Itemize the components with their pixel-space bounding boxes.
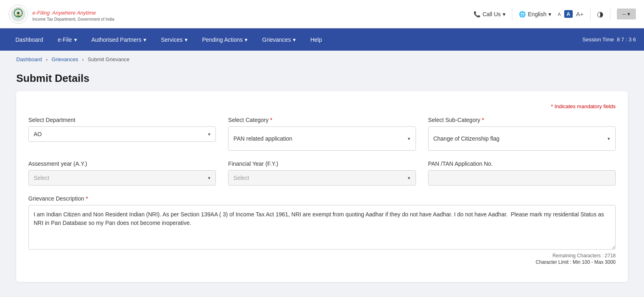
emblem-icon: 🇮🇳 bbox=[8, 4, 28, 24]
efile-dropdown-icon: ▾ bbox=[74, 36, 77, 43]
globe-icon: 🌐 bbox=[519, 11, 526, 17]
lang-dropdown-icon: ▾ bbox=[548, 11, 551, 17]
breadcrumb: Dashboard › Grievances › Submit Grievanc… bbox=[0, 51, 644, 68]
user-label: -- bbox=[623, 11, 626, 17]
form-row-1: Select Department AO Select Category * P… bbox=[28, 117, 616, 151]
session-time: Session Time 8 7 : 3 6 bbox=[582, 36, 636, 43]
user-dropdown-icon: ▾ bbox=[627, 11, 630, 17]
select-category-wrapper: PAN related application bbox=[228, 126, 416, 151]
logo-subtitle: Income Tax Department, Government of Ind… bbox=[32, 17, 114, 21]
pan-tan-group: PAN /TAN Application No. bbox=[428, 160, 616, 186]
nav-item-grievances[interactable]: Grievances ▾ bbox=[255, 28, 303, 51]
logo-text: e-Filing Anywhere Anytime Income Tax Dep… bbox=[32, 6, 114, 21]
nav-pending-label: Pending Actions bbox=[202, 36, 243, 43]
breadcrumb-grievances[interactable]: Grievances bbox=[51, 56, 78, 62]
pending-dropdown-icon: ▾ bbox=[245, 36, 247, 43]
session-label: Session Time bbox=[582, 36, 614, 43]
logo-title: e-Filing Anywhere Anytime bbox=[32, 6, 114, 17]
nav-item-services[interactable]: Services ▾ bbox=[154, 28, 195, 51]
select-category-req: * bbox=[270, 117, 272, 123]
grievance-description-group: Grievance Description * I am Indian Citi… bbox=[28, 195, 616, 265]
header: 🇮🇳 e-Filing Anywhere Anytime Income Tax … bbox=[0, 0, 644, 28]
font-controls: A A A+ bbox=[558, 10, 584, 18]
grievances-dropdown-icon: ▾ bbox=[293, 36, 296, 43]
nav-efile-label: e-File bbox=[58, 36, 72, 43]
assessment-year-wrapper: Select bbox=[28, 170, 216, 186]
select-category-label: Select Category * bbox=[228, 117, 416, 123]
header-right: 📞 Call Us ▾ 🌐 English ▾ A A A+ ◑ -- ▾ bbox=[473, 8, 636, 20]
remaining-chars: Remaining Characters : 2718 bbox=[28, 253, 616, 259]
mandatory-note: * Indicates mandatory fields bbox=[28, 103, 616, 109]
auth-partners-dropdown-icon: ▾ bbox=[143, 36, 146, 43]
breadcrumb-dashboard[interactable]: Dashboard bbox=[16, 56, 42, 62]
select-subcategory-group: Select Sub-Category * Change of Citizens… bbox=[428, 117, 616, 151]
breadcrumb-sep-1: › bbox=[46, 56, 49, 62]
call-us-button[interactable]: 📞 Call Us ▾ bbox=[473, 11, 505, 17]
breadcrumb-current: Submit Grievance bbox=[88, 56, 130, 62]
main-content: Submit Details * Indicates mandatory fie… bbox=[0, 68, 644, 294]
navbar: Dashboard e-File ▾ Authorised Partners ▾… bbox=[0, 28, 644, 51]
char-limit: Character Limit : Min 100 - Max 3000 bbox=[28, 259, 616, 265]
svg-point-4 bbox=[17, 12, 19, 14]
assessment-year-select[interactable]: Select bbox=[28, 170, 216, 186]
select-department[interactable]: AO bbox=[28, 126, 216, 142]
nav-services-label: Services bbox=[161, 36, 183, 43]
font-small-button[interactable]: A bbox=[558, 12, 561, 17]
select-subcategory-wrapper: Change of Citizenship flag bbox=[428, 126, 616, 151]
language-label: English bbox=[528, 11, 546, 17]
nav-item-dashboard[interactable]: Dashboard bbox=[8, 28, 51, 51]
nav-auth-partners-label: Authorised Partners bbox=[92, 36, 142, 43]
language-selector[interactable]: 🌐 English ▾ bbox=[519, 11, 551, 17]
select-category-group: Select Category * PAN related applicatio… bbox=[228, 117, 416, 151]
select-subcategory-label: Select Sub-Category * bbox=[428, 117, 616, 123]
nav-item-efile[interactable]: e-File ▾ bbox=[51, 28, 84, 51]
grievance-desc-label-text: Grievance Description bbox=[28, 195, 84, 202]
financial-year-wrapper: Select bbox=[228, 170, 416, 186]
font-medium-button[interactable]: A bbox=[564, 10, 573, 18]
logo-area: 🇮🇳 e-Filing Anywhere Anytime Income Tax … bbox=[8, 4, 114, 24]
phone-icon: 📞 bbox=[473, 11, 480, 17]
grievance-description-textarea[interactable]: I am Indian Citizen and Non Resident Ind… bbox=[28, 205, 616, 250]
call-us-label: Call Us bbox=[482, 11, 501, 17]
select-category[interactable]: PAN related application bbox=[228, 126, 416, 151]
nav-dashboard-label: Dashboard bbox=[15, 36, 43, 43]
grievance-desc-req: * bbox=[86, 195, 88, 202]
call-us-dropdown-icon: ▾ bbox=[503, 11, 505, 17]
select-subcategory-req: * bbox=[482, 117, 484, 123]
nav-item-authorised-partners[interactable]: Authorised Partners ▾ bbox=[84, 28, 154, 51]
session-value: 8 7 : 3 6 bbox=[617, 36, 636, 43]
font-large-button[interactable]: A+ bbox=[576, 11, 584, 17]
form-card: * Indicates mandatory fields Select Depa… bbox=[16, 91, 628, 282]
page-title: Submit Details bbox=[16, 72, 628, 85]
assessment-year-group: Assessment year (A.Y.) Select bbox=[28, 160, 216, 186]
nav-item-pending-actions[interactable]: Pending Actions ▾ bbox=[195, 28, 255, 51]
services-dropdown-icon: ▾ bbox=[185, 36, 188, 43]
breadcrumb-sep-2: › bbox=[82, 56, 85, 62]
select-department-wrapper: AO bbox=[28, 126, 216, 142]
grievance-desc-label: Grievance Description * bbox=[28, 195, 616, 202]
contrast-button[interactable]: ◑ bbox=[597, 10, 603, 19]
pan-tan-input[interactable] bbox=[428, 170, 616, 186]
user-menu-button[interactable]: -- ▾ bbox=[617, 9, 636, 19]
form-row-2: Assessment year (A.Y.) Select Financial … bbox=[28, 160, 616, 186]
nav-help-label: Help bbox=[310, 36, 322, 43]
select-subcategory[interactable]: Change of Citizenship flag bbox=[428, 126, 616, 151]
nav-grievances-label: Grievances bbox=[262, 36, 291, 43]
nav-items: Dashboard e-File ▾ Authorised Partners ▾… bbox=[8, 28, 329, 51]
logo-tagline: Anywhere Anytime bbox=[52, 10, 96, 16]
assessment-year-label: Assessment year (A.Y.) bbox=[28, 160, 216, 167]
select-department-label: Select Department bbox=[28, 117, 216, 123]
select-department-group: Select Department AO bbox=[28, 117, 216, 151]
financial-year-group: Financial Year (F.Y.) Select bbox=[228, 160, 416, 186]
financial-year-select[interactable]: Select bbox=[228, 170, 416, 186]
financial-year-label: Financial Year (F.Y.) bbox=[228, 160, 416, 167]
select-subcategory-label-text: Select Sub-Category bbox=[428, 117, 480, 123]
logo-title-text: e-Filing bbox=[32, 10, 50, 16]
nav-item-help[interactable]: Help bbox=[303, 28, 329, 51]
pan-tan-label: PAN /TAN Application No. bbox=[428, 160, 616, 167]
select-category-label-text: Select Category bbox=[228, 117, 269, 123]
